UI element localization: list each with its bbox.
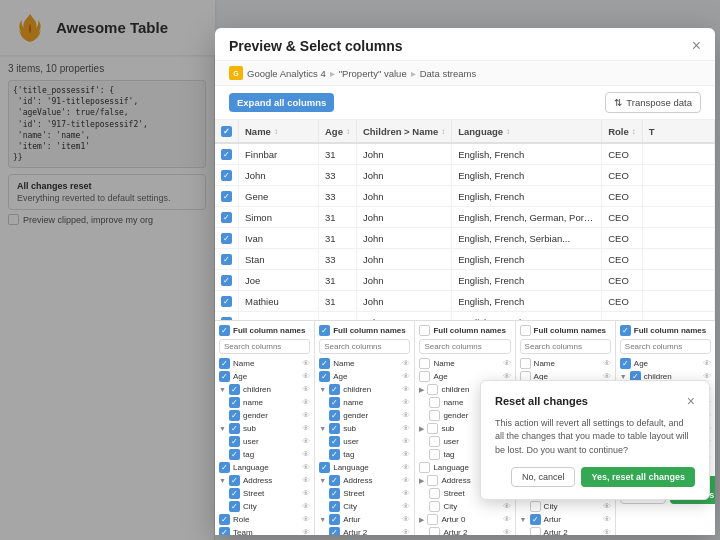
eye-icon[interactable]: 👁 [402,528,410,535]
panel1-search[interactable] [219,339,310,354]
eye-icon[interactable]: 👁 [703,359,711,368]
th-children-sort[interactable]: ↕ [441,127,445,136]
eye-icon[interactable]: 👁 [302,450,310,459]
cell-language: English, French [452,270,602,291]
cell-name: Stan [239,249,319,270]
column-panel-2: ✓ Full column names ✓ Name 👁 ✓ Age 👁 ▼✓ … [315,321,415,535]
cell-children: John [356,270,451,291]
transpose-button[interactable]: ⇅ Transpose data [605,92,701,113]
modal-close-button[interactable]: × [692,38,701,54]
eye-icon[interactable]: 👁 [503,359,511,368]
row-checkbox-cell: ✓ [215,228,239,249]
th-checkbox: ✓ [215,120,239,143]
cell-name: Finnbar [239,143,319,165]
eye-icon[interactable]: 👁 [302,411,310,420]
th-language-sort[interactable]: ↕ [506,127,510,136]
eye-icon[interactable]: 👁 [402,372,410,381]
th-name: Name ↕ [239,120,319,143]
eye-icon[interactable]: 👁 [302,528,310,535]
cell-name: John [239,165,319,186]
reset-confirm-button[interactable]: Yes, reset all changes [581,467,695,487]
cell-role: CEO [602,207,643,228]
eye-icon[interactable]: 👁 [503,528,511,535]
cell-children: John [356,249,451,270]
eye-icon[interactable]: 👁 [402,385,410,394]
eye-icon[interactable]: 👁 [402,476,410,485]
eye-icon[interactable]: 👁 [603,515,611,524]
eye-icon[interactable]: 👁 [402,463,410,472]
eye-icon[interactable]: 👁 [402,515,410,524]
eye-icon[interactable]: 👁 [302,463,310,472]
p5-age: ✓ Age 👁 [620,357,711,370]
breadcrumb-property: "Property" value [339,68,407,79]
panel4-check[interactable] [520,325,531,336]
th-role-sort[interactable]: ↕ [632,127,636,136]
breadcrumb-sep1: ▸ [330,68,335,79]
eye-icon[interactable]: 👁 [302,502,310,511]
cell-children: John [356,228,451,249]
eye-icon[interactable]: 👁 [603,359,611,368]
eye-icon[interactable]: 👁 [402,359,410,368]
panel1-check[interactable]: ✓ [219,325,230,336]
eye-icon[interactable]: 👁 [302,489,310,498]
eye-icon[interactable]: 👁 [402,398,410,407]
header-checkbox[interactable]: ✓ [221,126,232,137]
eye-icon[interactable]: 👁 [302,424,310,433]
panel3-check[interactable] [419,325,430,336]
row-checkbox[interactable]: ✓ [221,254,232,265]
eye-icon[interactable]: 👁 [302,398,310,407]
row-checkbox[interactable]: ✓ [221,149,232,160]
cell-age: 31 [319,143,357,165]
panel2-search[interactable] [319,339,410,354]
eye-icon[interactable]: 👁 [302,515,310,524]
eye-icon[interactable]: 👁 [603,502,611,511]
eye-icon[interactable]: 👁 [302,385,310,394]
cell-role: CEO [602,165,643,186]
p2-city: ✓ City 👁 [319,500,410,513]
reset-dialog-close-button[interactable]: × [687,393,695,409]
row-checkbox[interactable]: ✓ [221,275,232,286]
cell-role: CEO [602,249,643,270]
p2-street: ✓ Street 👁 [319,487,410,500]
panel5-search[interactable] [620,339,711,354]
p3-city: City 👁 [419,500,510,513]
eye-icon[interactable]: 👁 [402,424,410,433]
transpose-icon: ⇅ [614,97,622,108]
cell-children: John [356,165,451,186]
eye-icon[interactable]: 👁 [402,502,410,511]
th-children-label: Children > Name [363,126,438,137]
eye-icon[interactable]: 👁 [603,528,611,535]
eye-icon[interactable]: 👁 [302,437,310,446]
eye-icon[interactable]: 👁 [402,437,410,446]
eye-icon[interactable]: 👁 [302,372,310,381]
expand-all-button[interactable]: Expand all columns [229,93,334,112]
panel2-check[interactable]: ✓ [319,325,330,336]
row-checkbox[interactable]: ✓ [221,212,232,223]
row-checkbox-cell: ✓ [215,291,239,312]
eye-icon[interactable]: 👁 [503,502,511,511]
row-checkbox[interactable]: ✓ [221,170,232,181]
th-age-sort[interactable]: ↕ [346,127,350,136]
th-name-sort[interactable]: ↕ [274,127,278,136]
reset-dialog: Reset all changes × This action will rev… [480,380,710,501]
modal-title: Preview & Select columns [229,38,403,54]
panel5-check[interactable]: ✓ [620,325,631,336]
cell-age: 31 [319,270,357,291]
p3-artur2: Artur 2 👁 [419,526,510,535]
eye-icon[interactable]: 👁 [302,476,310,485]
panel4-search[interactable] [520,339,611,354]
eye-icon[interactable]: 👁 [402,489,410,498]
panel3-search[interactable] [419,339,510,354]
p2-pname: ✓ name 👁 [319,396,410,409]
eye-icon[interactable]: 👁 [402,450,410,459]
th-age-label: Age [325,126,343,137]
th-role-label: Role [608,126,629,137]
row-checkbox[interactable]: ✓ [221,233,232,244]
eye-icon[interactable]: 👁 [402,411,410,420]
row-checkbox-cell: ✓ [215,270,239,291]
reset-no-cancel-button[interactable]: No, cancel [511,467,576,487]
row-checkbox[interactable]: ✓ [221,191,232,202]
eye-icon[interactable]: 👁 [302,359,310,368]
eye-icon[interactable]: 👁 [503,515,511,524]
row-checkbox[interactable]: ✓ [221,296,232,307]
